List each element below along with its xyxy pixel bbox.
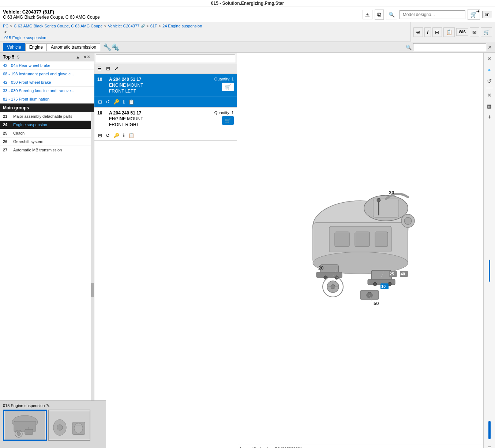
breadcrumb-vehicle-id[interactable]: Vehicle: C204377 🔗 (108, 24, 145, 28)
warning-button[interactable]: ⚠ (363, 10, 372, 19)
part-item-0[interactable]: 10A 204 240 51 17ENGINE MOUNTFRONT LEFTQ… (94, 74, 237, 108)
middle-panel: ☰ ⊞ ⤢ 10A 204 240 51 17ENGINE MOUNTFRONT… (94, 53, 237, 448)
rs-circle-button[interactable]: ● (485, 65, 494, 75)
group-item-27[interactable]: 27Automatic MB transmission (0, 146, 91, 154)
toolbar-search-clear[interactable]: ✕ (488, 44, 492, 50)
part-name1: ENGINE MOUNT (109, 83, 211, 88)
part-action-refresh-icon[interactable]: ↺ (105, 98, 110, 105)
top5-item-1[interactable]: 68 - 193 Instrument panel and glove c... (0, 70, 94, 78)
part-action-refresh-icon[interactable]: ↺ (105, 132, 110, 139)
part-action-key-icon[interactable]: 🔑 (113, 132, 120, 139)
part-details: A 204 240 51 17ENGINE MOUNTFRONT LEFT (109, 77, 211, 94)
group-item-25[interactable]: 25Clutch (0, 129, 91, 138)
svg-rect-26 (355, 232, 370, 246)
breadcrumb-row: PC > C 63 AMG Black Series Coupe, C 63 A… (0, 22, 495, 42)
svg-rect-25 (335, 232, 349, 246)
tool-icon-1[interactable]: 🔧 (103, 43, 111, 51)
bottom-label-text: 015 Engine suspension (3, 403, 45, 408)
svg-rect-27 (375, 232, 388, 246)
main-groups-header: Main groups (0, 103, 94, 112)
breadcrumb-pc[interactable]: PC (3, 24, 8, 28)
toolbar-search-input[interactable] (413, 43, 486, 51)
top5-controls: ▲ ✕✕ (75, 54, 91, 60)
part-code: A 204 240 51 17 (109, 110, 211, 116)
part-num: 10 (97, 77, 106, 82)
breadcrumb-61f[interactable]: 61F (150, 24, 157, 28)
filter-button[interactable]: ⊟ (432, 27, 442, 37)
part-action-grid-icon[interactable]: ⊞ (97, 98, 103, 105)
diagram-num-50: 50 (374, 301, 379, 306)
header-right: ⚠ ⧉ 🔍 🛒+ en (363, 9, 492, 20)
thumbnail-2[interactable] (48, 410, 90, 441)
sidebar-scrollbar[interactable] (91, 112, 94, 448)
sidebar: Top 5 5 ▲ ✕✕ 42 - 045 Rear wheel brake68… (0, 53, 94, 448)
group-label: Clutch (13, 131, 25, 135)
part-action-doc-icon[interactable]: 📋 (128, 132, 135, 139)
cart-add-button[interactable]: 🛒+ (468, 9, 480, 20)
top5-item-4[interactable]: 82 - 175 Front illumination (0, 95, 94, 103)
group-item-24[interactable]: 24Engine suspension (0, 121, 91, 129)
language-button[interactable]: en (482, 11, 492, 18)
part-action-doc-icon[interactable]: 📋 (128, 98, 135, 105)
thumbnail-1[interactable] (3, 410, 47, 441)
wis-button[interactable]: WIS (456, 28, 468, 36)
top5-item-0[interactable]: 42 - 045 Rear wheel brake (0, 61, 94, 70)
svg-rect-4 (373, 199, 399, 217)
image-panel: 30 20 25 40 10 50 Image ID: drawing_B240… (237, 53, 483, 448)
breadcrumb-vehicle-name[interactable]: C 63 AMG Black Series Coupe, C 63 AMG Co… (14, 24, 103, 28)
rs-active-indicator (488, 421, 491, 439)
rs-zoom-in-button[interactable]: + (485, 112, 494, 122)
part-action-key-icon[interactable]: 🔑 (113, 98, 120, 105)
zoom-in-button[interactable]: ⊕ (413, 27, 423, 37)
sidebar-scroll: 21Major assembly detachable parts24Engin… (0, 112, 94, 448)
mail-button[interactable]: ✉ (470, 27, 479, 37)
cart-toolbar-button[interactable]: 🛒 (481, 27, 492, 37)
tool-icon-2[interactable]: 🔩 (111, 43, 119, 51)
qty-label: Quantity: 1 (214, 110, 234, 115)
tab-automatic-transmission[interactable]: Automatic transmission (47, 43, 100, 51)
copy-button[interactable]: ⧉ (375, 10, 384, 20)
group-item-26[interactable]: 26Gearshift system (0, 138, 91, 146)
part-qty: Quantity: 1🛒 (214, 110, 234, 125)
image-caption: Image ID: drawing_B24015000261 (237, 444, 483, 448)
part-action-info-icon[interactable]: ℹ (122, 132, 125, 139)
mid-grid-view-btn[interactable]: ⊞ (105, 65, 112, 72)
part-actions: ⊞↺🔑ℹ📋 (94, 97, 237, 107)
search-icon-button[interactable]: 🔍 (386, 10, 397, 19)
part-action-grid-icon[interactable]: ⊞ (97, 132, 103, 139)
tab-vehicle[interactable]: Vehicle (3, 43, 25, 51)
top5-item-3[interactable]: 33 - 030 Steering knuckle and transve... (0, 87, 94, 95)
svg-point-14 (377, 198, 380, 202)
breadcrumb-engine-suspension[interactable]: 24 Engine suspension (162, 24, 202, 28)
rs-close-button[interactable]: ✕ (485, 54, 494, 64)
top5-item-2[interactable]: 42 - 030 Front wheel brake (0, 78, 94, 87)
document-button[interactable]: 📋 (443, 27, 455, 37)
rs-x-button[interactable]: ✕ (485, 90, 494, 100)
add-to-cart-button[interactable]: 🛒 (222, 116, 234, 125)
top5-collapse-button[interactable]: ▲ (75, 54, 81, 60)
mid-expand-btn[interactable]: ⤢ (113, 65, 120, 72)
thumb-2-image (49, 411, 90, 440)
bottom-edit-button[interactable]: ✎ (46, 403, 50, 408)
top5-header-left: Top 5 5 (3, 54, 19, 60)
breadcrumb: PC > C 63 AMG Black Series Coupe, C 63 A… (0, 22, 410, 42)
part-details: A 204 240 51 17ENGINE MOUNTFRONT RIGHT (109, 110, 211, 127)
thumb-1-image (5, 411, 45, 440)
rs-grid-button[interactable]: ▦ (485, 101, 494, 111)
add-to-cart-button[interactable]: 🛒 (222, 83, 234, 91)
part-action-info-icon[interactable]: ℹ (122, 98, 125, 105)
group-label: Engine suspension (13, 123, 47, 127)
group-item-21[interactable]: 21Major assembly detachable parts (0, 112, 91, 121)
rs-zoom-out-button[interactable]: − (485, 442, 494, 448)
tab-engine[interactable]: Engine (25, 43, 47, 51)
mid-list-view-btn[interactable]: ☰ (96, 65, 103, 72)
parts-search-input[interactable] (96, 54, 235, 62)
breadcrumb-015-engine[interactable]: 015 Engine suspension (4, 35, 46, 40)
part-item-1[interactable]: 10A 204 240 51 17ENGINE MOUNTFRONT RIGHT… (94, 108, 237, 141)
rs-history-button[interactable]: ↺ (485, 76, 494, 86)
header-left: Vehicle: C204377 (61F) C 63 AMG Black Se… (3, 9, 100, 20)
info-button[interactable]: i (424, 27, 431, 37)
thumbnails-row (3, 410, 103, 441)
top5-close-button[interactable]: ✕✕ (82, 54, 91, 60)
model-search-input[interactable] (400, 10, 465, 19)
